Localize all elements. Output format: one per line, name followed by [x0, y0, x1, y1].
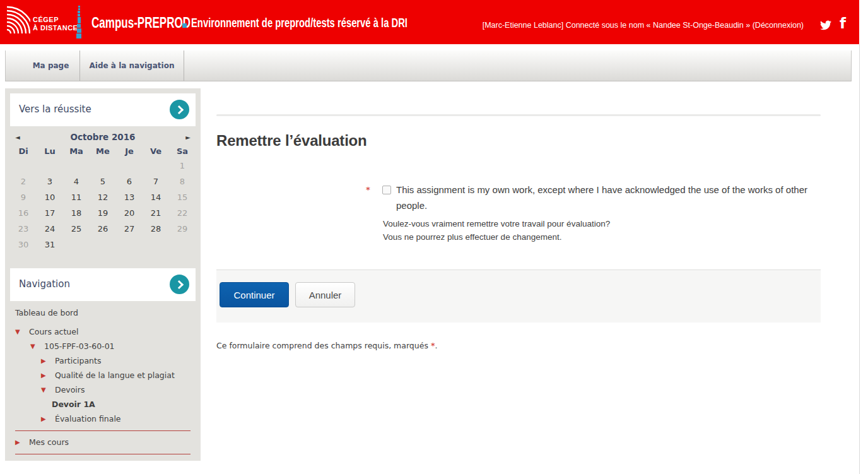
calendar-day-header: Sa — [169, 146, 196, 156]
calendar-week-row: 23242526272829 — [10, 221, 196, 237]
tree-item-label: Cours actuel — [29, 327, 78, 336]
sidebar: Vers la réussite ◄ Octobre 2016 ► DiLuMa… — [5, 88, 201, 461]
calendar-day: 12 — [90, 193, 116, 202]
calendar-week-row: 2345678 — [10, 174, 196, 189]
tree-item[interactable]: ▼Devoirs — [10, 382, 196, 397]
calendar-day-header: Me — [90, 146, 116, 156]
confirmation-line1: Voulez-vous vraiment remettre votre trav… — [383, 218, 610, 231]
calendar-day: 25 — [63, 224, 90, 234]
calendar-day: 5 — [90, 177, 116, 186]
calendar-day-header: Je — [116, 146, 143, 156]
calendar-day: 13 — [116, 193, 143, 202]
calendar-day: 17 — [37, 208, 63, 218]
twitter-link[interactable] — [819, 20, 833, 33]
submission-statement-checkbox[interactable] — [382, 186, 391, 194]
calendar-block: ◄ Octobre 2016 ► DiLuMaMeJeVeSa123456789… — [10, 130, 196, 252]
tree-item[interactable]: ▼105-FPF-03-60-01 — [10, 339, 196, 353]
tree-root-item: Tableau de bord — [10, 305, 196, 320]
chevron-right-icon — [175, 280, 184, 289]
content-divider — [216, 114, 821, 116]
calendar-day: 8 — [169, 177, 196, 186]
tree-item[interactable]: Devoir 1A — [10, 397, 196, 412]
required-fields-note-period: . — [435, 341, 437, 350]
chevron-right-icon — [175, 105, 184, 114]
calendar-day-header: Di — [10, 146, 37, 156]
site-brand[interactable]: Campus-PREPROD — [91, 15, 191, 32]
calendar-week-row: 9101112131415 — [10, 189, 196, 205]
logo-line2: À DISTANCE — [33, 24, 78, 32]
triangle-right-icon: ▶ — [41, 416, 49, 422]
calendar-grid: DiLuMaMeJeVeSa12345678910111213141516171… — [10, 144, 196, 252]
block-title: Navigation — [19, 278, 70, 290]
submission-statement-label[interactable]: This assignment is my own work, except w… — [396, 182, 815, 213]
logo-line1: CÉGEP — [33, 16, 78, 24]
calendar-day: 29 — [169, 224, 196, 234]
tree-item[interactable]: ▶Qualité de la langue et plagiat — [10, 368, 196, 382]
dotted-separator — [76, 6, 81, 39]
nav-tab-aide-navigation[interactable]: Aide à la navigation — [80, 50, 184, 81]
calendar-day: 3 — [37, 177, 63, 186]
nav-tab-ma-page[interactable]: Ma page — [6, 50, 80, 81]
facebook-icon: f — [840, 15, 846, 32]
tree-item-label: Qualité de la langue et plagiat — [55, 370, 175, 380]
tree-item[interactable]: ▼Cours actuel — [10, 324, 196, 339]
tree-item-label: Devoir 1A — [52, 400, 95, 409]
twitter-icon — [819, 20, 833, 31]
tree-item-label: Mes cours — [29, 437, 69, 447]
continue-button[interactable]: Continuer — [220, 282, 289, 307]
triangle-down-icon: ▼ — [41, 387, 49, 393]
calendar-day: 28 — [143, 224, 169, 234]
calendar-title-row: ◄ Octobre 2016 ► — [10, 130, 196, 144]
tree-separator — [15, 454, 191, 454]
required-marker: * — [366, 185, 370, 194]
calendar-day: 4 — [63, 177, 90, 186]
fan-arcs-icon — [6, 5, 30, 34]
confirmation-text: Voulez-vous vraiment remettre votre trav… — [383, 218, 610, 244]
calendar-next-button[interactable]: ► — [178, 134, 191, 141]
tree-item[interactable]: ▶Participants — [10, 353, 196, 368]
calendar-day: 22 — [169, 208, 196, 218]
calendar-day: 14 — [143, 193, 169, 202]
main-content: Remettre l’évaluation * This assignment … — [216, 0, 821, 474]
calendar-day-header: Ve — [143, 146, 169, 156]
block-navigation: Navigation — [10, 268, 196, 301]
calendar-day: 6 — [116, 177, 143, 186]
required-fields-note-text: Ce formulaire comprend des champs requis… — [216, 341, 431, 350]
facebook-link[interactable]: f — [840, 15, 846, 32]
calendar-week-row: 3031 — [10, 237, 196, 252]
tree-item-label: Devoirs — [55, 385, 85, 394]
calendar-day: 31 — [37, 240, 63, 249]
calendar-day: 1 — [169, 161, 196, 170]
calendar-day: 24 — [37, 224, 63, 234]
calendar-week-row: 1 — [10, 158, 196, 174]
calendar-day-header: Lu — [37, 146, 63, 156]
open-block-button[interactable] — [170, 100, 189, 119]
calendar-day: 19 — [90, 208, 116, 218]
tree-separator — [15, 430, 191, 431]
form-buttons-box: Continuer Annuler — [216, 270, 821, 323]
triangle-right-icon: ▶ — [41, 372, 49, 379]
page-title: Remettre l’évaluation — [216, 132, 367, 150]
confirmation-line2: Vous ne pourrez plus effectuer de change… — [383, 231, 610, 244]
cegep-a-distance-logo[interactable]: CÉGEP À DISTANCE — [6, 5, 78, 34]
triangle-down-icon: ▼ — [15, 329, 23, 335]
calendar-day: 18 — [63, 208, 90, 218]
calendar-day: 11 — [63, 193, 90, 202]
block-title: Vers la réussite — [19, 104, 91, 115]
tree-item[interactable]: ▶Évaluation finale — [10, 412, 196, 426]
cancel-button[interactable]: Annuler — [295, 282, 355, 307]
brand-bullet-icon — [182, 23, 187, 28]
calendar-day: 26 — [90, 224, 116, 234]
calendar-day-header: Ma — [63, 146, 90, 156]
calendar-day: 9 — [10, 193, 37, 202]
block-vers-la-reussite: Vers la réussite — [10, 93, 196, 126]
calendar-day: 2 — [10, 177, 37, 186]
calendar-day: 23 — [10, 224, 37, 234]
tree-item-label: Évaluation finale — [55, 414, 121, 424]
open-block-button[interactable] — [170, 275, 189, 294]
page-right-edge — [859, 44, 860, 474]
calendar-day: 20 — [116, 208, 143, 218]
calendar-day: 21 — [143, 208, 169, 218]
calendar-prev-button[interactable]: ◄ — [15, 134, 28, 141]
tree-item[interactable]: ▶Mes cours — [10, 435, 196, 449]
